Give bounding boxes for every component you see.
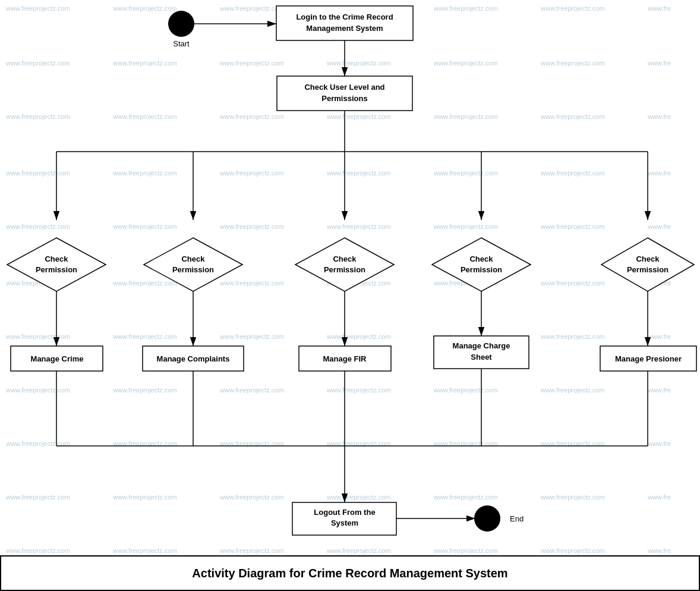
end-node — [474, 505, 500, 532]
logout-text2: System — [331, 518, 358, 527]
svg-text:www.freeprojectz.com: www.freeprojectz.com — [5, 386, 70, 394]
title-bar: Activity Diagram for Crime Record Manage… — [0, 555, 700, 591]
svg-text:www.freeprojectz.com: www.freeprojectz.com — [326, 333, 391, 340]
svg-text:www.fre: www.fre — [647, 59, 671, 67]
svg-text:www.freeprojectz.com: www.freeprojectz.com — [219, 547, 284, 554]
svg-text:www.freeprojectz.com: www.freeprojectz.com — [433, 5, 498, 12]
check-user-level-box — [277, 76, 412, 111]
svg-text:www.freeprojectz.com: www.freeprojectz.com — [112, 113, 177, 120]
login-text-line2: Management System — [306, 24, 383, 33]
svg-text:www.freeprojectz.com: www.freeprojectz.com — [112, 547, 177, 554]
svg-text:www.freeprojectz.com: www.freeprojectz.com — [219, 113, 284, 120]
login-box — [276, 6, 413, 40]
svg-text:www.fre: www.fre — [647, 169, 671, 177]
svg-text:www.freeprojectz.com: www.freeprojectz.com — [219, 5, 284, 12]
check-perm-text3b: Permission — [324, 265, 365, 274]
logout-text1: Logout From the — [314, 508, 375, 517]
svg-text:www.freeprojectz.com: www.freeprojectz.com — [540, 113, 605, 120]
svg-text:www.freeprojectz.com: www.freeprojectz.com — [112, 59, 177, 67]
svg-text:www.freeprojectz.com: www.freeprojectz.com — [5, 169, 70, 177]
manage-complaints-text: Manage Complaints — [157, 354, 230, 363]
svg-text:www.freeprojectz.com: www.freeprojectz.com — [433, 169, 498, 177]
svg-text:www.freeprojectz.com: www.freeprojectz.com — [219, 223, 284, 230]
check-user-level-text2: Permissions — [321, 94, 367, 103]
check-perm-diamond-5 — [601, 238, 694, 291]
check-perm-text5b: Permission — [627, 265, 669, 274]
manage-crime-text: Manage Crime — [31, 354, 84, 363]
svg-text:www.freeprojectz.com: www.freeprojectz.com — [540, 5, 605, 12]
svg-text:www.freeprojectz.com: www.freeprojectz.com — [112, 5, 177, 12]
svg-text:www.freeprojectz.com: www.freeprojectz.com — [433, 223, 498, 230]
start-label: Start — [173, 39, 190, 48]
svg-text:www.freeprojectz.com: www.freeprojectz.com — [219, 333, 284, 340]
svg-text:www.fre: www.fre — [647, 547, 671, 554]
svg-text:www.freeprojectz.com: www.freeprojectz.com — [5, 113, 70, 120]
manage-charge-sheet-text2: Sheet — [471, 353, 492, 361]
svg-text:www.freeprojectz.com: www.freeprojectz.com — [5, 223, 70, 230]
svg-text:www.freeprojectz.com: www.freeprojectz.com — [540, 547, 605, 554]
svg-text:www.fre: www.fre — [647, 493, 671, 501]
svg-text:www.fre: www.fre — [647, 5, 671, 12]
svg-text:www.freeprojectz.com: www.freeprojectz.com — [433, 547, 498, 554]
svg-text:www.freeprojectz.com: www.freeprojectz.com — [219, 386, 284, 394]
diagram-title: Activity Diagram for Crime Record Manage… — [192, 567, 507, 580]
svg-text:www.freeprojectz.com: www.freeprojectz.com — [326, 113, 391, 120]
svg-text:www.freeprojectz.com: www.freeprojectz.com — [540, 333, 605, 340]
svg-text:www.freeprojectz.com: www.freeprojectz.com — [433, 386, 498, 394]
svg-text:www.freeprojectz.com: www.freeprojectz.com — [219, 279, 284, 287]
svg-text:www.freeprojectz.com: www.freeprojectz.com — [112, 223, 177, 230]
manage-fir-text: Manage FIR — [323, 354, 367, 363]
svg-text:www.freeprojectz.com: www.freeprojectz.com — [326, 493, 391, 501]
svg-text:www.freeprojectz.com: www.freeprojectz.com — [5, 333, 70, 340]
start-node — [168, 11, 194, 37]
check-perm-text1a: Check — [45, 254, 68, 263]
svg-text:www.freeprojectz.com: www.freeprojectz.com — [219, 493, 284, 501]
end-label: End — [510, 514, 524, 523]
check-perm-text2b: Permission — [172, 265, 214, 274]
svg-text:www.freeprojectz.com: www.freeprojectz.com — [540, 493, 605, 501]
activity-diagram: www.freeprojectz.com www.freeprojectz.co… — [0, 0, 700, 591]
svg-text:www.freeprojectz.com: www.freeprojectz.com — [540, 223, 605, 230]
svg-text:www.freeprojectz.com: www.freeprojectz.com — [326, 223, 391, 230]
svg-text:www.freeprojectz.com: www.freeprojectz.com — [5, 5, 70, 12]
svg-text:www.freeprojectz.com: www.freeprojectz.com — [5, 493, 70, 501]
svg-text:www.freeprojectz.com: www.freeprojectz.com — [326, 386, 391, 394]
svg-text:www.freeprojectz.com: www.freeprojectz.com — [540, 169, 605, 177]
svg-text:www.freeprojectz.com: www.freeprojectz.com — [112, 333, 177, 340]
svg-text:www.freeprojectz.com: www.freeprojectz.com — [326, 59, 391, 67]
svg-text:www.fre: www.fre — [647, 333, 671, 340]
svg-text:www.freeprojectz.com: www.freeprojectz.com — [326, 169, 391, 177]
check-perm-text4a: Check — [469, 254, 493, 263]
svg-text:www.freeprojectz.com: www.freeprojectz.com — [219, 59, 284, 67]
check-perm-text3a: Check — [333, 254, 357, 263]
svg-text:www.freeprojectz.com: www.freeprojectz.com — [112, 169, 177, 177]
svg-text:www.freeprojectz.com: www.freeprojectz.com — [540, 279, 605, 287]
svg-text:www.freeprojectz.com: www.freeprojectz.com — [5, 59, 70, 67]
svg-text:www.freeprojectz.com: www.freeprojectz.com — [433, 113, 498, 120]
svg-text:www.fre: www.fre — [647, 386, 671, 394]
svg-text:www.fre: www.fre — [647, 440, 671, 447]
svg-text:www.freeprojectz.com: www.freeprojectz.com — [540, 386, 605, 394]
check-perm-text5a: Check — [636, 254, 660, 263]
check-perm-text2a: Check — [181, 254, 205, 263]
svg-text:www.freeprojectz.com: www.freeprojectz.com — [5, 547, 70, 554]
check-perm-text1b: Permission — [36, 265, 77, 274]
svg-text:www.fre: www.fre — [647, 223, 671, 230]
svg-text:www.freeprojectz.com: www.freeprojectz.com — [433, 59, 498, 67]
svg-text:www.freeprojectz.com: www.freeprojectz.com — [112, 279, 177, 287]
check-user-level-text1: Check User Level and — [304, 83, 384, 92]
svg-text:www.fre: www.fre — [647, 113, 671, 120]
svg-text:www.freeprojectz.com: www.freeprojectz.com — [219, 169, 284, 177]
svg-text:www.freeprojectz.com: www.freeprojectz.com — [112, 386, 177, 394]
manage-prisoner-text: Manage Presioner — [615, 354, 682, 363]
svg-text:www.freeprojectz.com: www.freeprojectz.com — [433, 493, 498, 501]
svg-text:www.freeprojectz.com: www.freeprojectz.com — [540, 59, 605, 67]
check-perm-text4b: Permission — [461, 265, 502, 274]
manage-charge-sheet-text1: Manage Charge — [453, 341, 510, 350]
login-text-line1: Login to the Crime Record — [296, 12, 393, 21]
svg-text:www.freeprojectz.com: www.freeprojectz.com — [326, 547, 391, 554]
svg-text:www.freeprojectz.com: www.freeprojectz.com — [112, 493, 177, 501]
